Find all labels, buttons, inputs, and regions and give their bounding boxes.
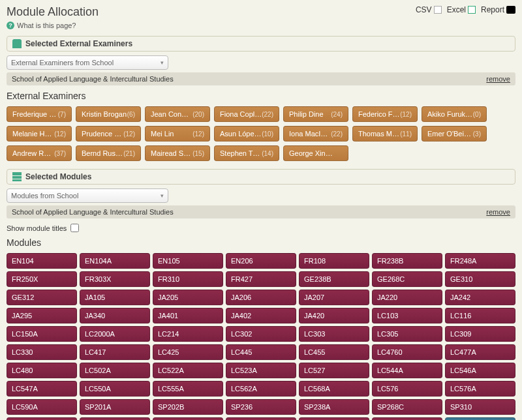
examiner-chip[interactable]: Prudence Hol…(12) [76,126,141,142]
module-chip[interactable]: SP340 [7,417,77,420]
examiner-name: Kristin Brogan [82,110,127,118]
module-chip[interactable]: FR250X [7,271,77,287]
module-chip[interactable]: LC546A [445,363,515,378]
module-chip[interactable]: LC445 [226,344,296,360]
module-chip[interactable]: LC302 [226,326,296,342]
module-chip[interactable]: LC562A [226,381,296,397]
examiners-school-select[interactable]: External Examiners from School ▾ [7,55,168,70]
module-chip[interactable]: SP310 [445,399,515,415]
module-chip[interactable]: JA242 [445,290,515,305]
examiner-chip[interactable]: Andrew Roth…(37) [7,145,72,161]
module-chip[interactable]: LC527 [299,363,369,378]
module-chip[interactable]: LC455 [299,344,369,360]
module-chip[interactable]: SP202B [153,399,223,415]
examiner-chip[interactable]: Thomas McA…(11) [352,126,418,142]
module-chip[interactable]: JA207 [299,290,369,305]
module-chip[interactable]: JA402 [226,308,296,323]
module-chip[interactable]: ZH401 [299,417,369,420]
examiner-chip[interactable]: Frederique Br…(7) [7,106,72,122]
module-chip[interactable]: JA420 [299,308,369,323]
module-chip[interactable]: LC555A [153,381,223,397]
module-chip[interactable]: SP236 [226,399,296,415]
module-chip[interactable]: LC547A [7,381,77,397]
module-chip[interactable]: LC502A [80,363,150,378]
module-chip[interactable]: JA205 [153,290,223,305]
module-chip[interactable]: JA206 [226,290,296,305]
module-chip[interactable]: EN104 [7,253,77,269]
examiner-chip[interactable]: Melanie Hoe…(12) [7,126,72,142]
modules-remove[interactable]: remove [486,208,510,216]
module-chip[interactable]: LC590A [7,399,77,415]
module-chip[interactable]: LC330 [7,344,77,360]
module-chip[interactable]: ZH402 [372,417,442,420]
module-chip[interactable]: FR303X [80,271,150,287]
module-chip[interactable]: LC4760 [372,344,442,360]
module-chip[interactable]: FR248A [445,253,515,269]
module-chip[interactable]: JA340 [80,308,150,323]
export-excel[interactable]: Excel [447,5,476,14]
module-chip[interactable]: LC477A [445,344,515,360]
module-chip[interactable]: LC214 [153,326,223,342]
examiner-chip[interactable]: Philip Dine(24) [283,106,348,122]
examiner-chip[interactable]: Kristin Brogan(6) [76,106,141,122]
module-chip[interactable]: SP368 [80,417,150,420]
module-chip[interactable]: SP421 [153,417,223,420]
module-chip[interactable]: LC522A [153,363,223,378]
module-chip[interactable]: LC568A [299,381,369,397]
module-chip[interactable]: EN101(2) [445,417,515,420]
module-chip[interactable]: JA105 [80,290,150,305]
module-chip[interactable]: EN206 [226,253,296,269]
module-chip[interactable]: LC150A [7,326,77,342]
module-chip[interactable]: LC116 [445,308,515,323]
module-chip[interactable]: GE310 [445,271,515,287]
examiner-chip[interactable]: Mei Lin(12) [145,126,210,142]
examiner-chip[interactable]: Emer O'Beirne(3) [422,126,487,142]
examiner-chip[interactable]: George Xinsh… [283,145,348,161]
module-chip[interactable]: GE268C [372,271,442,287]
examiners-remove[interactable]: remove [486,75,510,83]
module-chip[interactable]: EN104A [80,253,150,269]
examiner-chip[interactable]: Jean Conacher(20) [145,106,210,122]
module-chip[interactable]: LC2000A [80,326,150,342]
module-chip[interactable]: LC303 [299,326,369,342]
module-chip[interactable]: SP268C [372,399,442,415]
module-chip[interactable]: JA295 [7,308,77,323]
module-chip[interactable]: LC425 [153,344,223,360]
module-chip[interactable]: GE312 [7,290,77,305]
examiner-chip[interactable]: Asun López-…(10) [214,126,279,142]
show-titles-checkbox[interactable] [70,224,79,232]
module-chip[interactable]: SP238A [299,399,369,415]
examiner-chip[interactable]: Iona MacIntyre(22) [283,126,348,142]
modules-school-select[interactable]: Modules from School ▾ [7,188,168,203]
module-chip[interactable]: FR310 [153,271,223,287]
module-chip[interactable]: EN105 [153,253,223,269]
module-chip[interactable]: LC523A [226,363,296,378]
module-chip[interactable]: LC305 [372,326,442,342]
examiner-chip[interactable]: Federico Fed…(12) [352,106,418,122]
module-chip[interactable]: JA220 [372,290,442,305]
module-chip[interactable]: LC544A [372,363,442,378]
module-chip[interactable]: SP201A [80,399,150,415]
examiner-chip[interactable]: Bernd Ruschoff(21) [76,145,141,161]
module-chip[interactable]: JA401 [153,308,223,323]
module-chip[interactable]: LC480 [7,363,77,378]
examiner-chip[interactable]: Mairead Seery(15) [145,145,210,161]
module-chip[interactable]: GE238B [299,271,369,287]
module-chip[interactable]: FR108 [299,253,369,269]
module-chip[interactable]: ZH291 [226,417,296,420]
module-chip[interactable]: LC576A [445,381,515,397]
examiner-chip[interactable]: Akiko Furukawa(0) [422,106,487,122]
examiner-chip[interactable]: Fiona Copland(22) [214,106,279,122]
module-code: JA220 [377,293,397,301]
module-chip[interactable]: LC103 [372,308,442,323]
module-chip[interactable]: FR238B [372,253,442,269]
module-chip[interactable]: LC576 [372,381,442,397]
module-chip[interactable]: LC417 [80,344,150,360]
export-report[interactable]: Report [481,5,515,14]
help-link[interactable]: ? What is this page? [7,22,515,29]
module-chip[interactable]: FR427 [226,271,296,287]
module-chip[interactable]: LC550A [80,381,150,397]
examiner-chip[interactable]: Stephen Turk…(14) [214,145,279,161]
module-chip[interactable]: LC309 [445,326,515,342]
export-csv[interactable]: CSV [416,5,442,14]
